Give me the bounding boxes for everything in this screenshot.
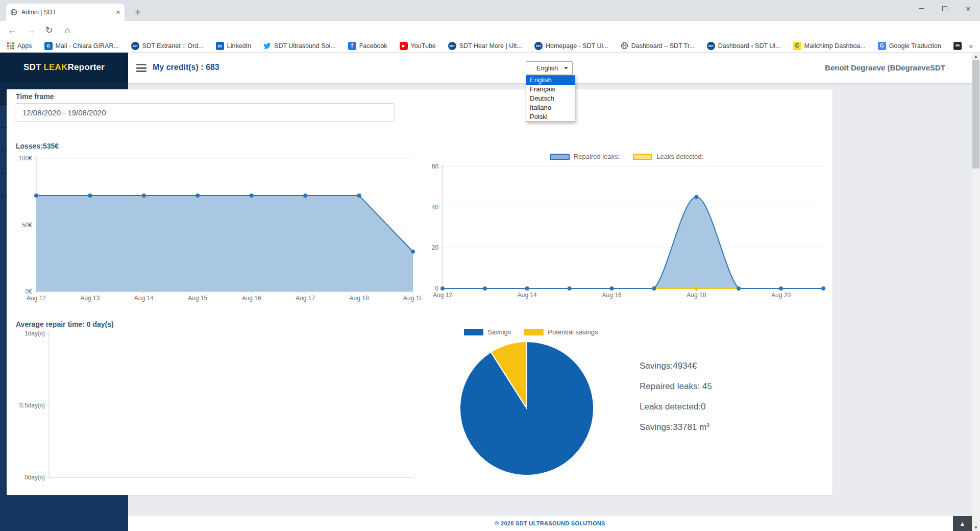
translate-icon: G (878, 42, 886, 50)
stat-line: Savings:4934€ (640, 356, 712, 376)
credits-label: My credit(s) : 683 (153, 63, 219, 72)
tab-close-icon[interactable]: ✕ (116, 9, 120, 16)
page-scrollbar[interactable]: ▲ ▼ (972, 53, 980, 531)
browser-tab[interactable]: Admin | SDT ✕ (6, 4, 125, 21)
bookmark-item[interactable]: oMail - Chiara GIRAR... (44, 42, 119, 50)
bookmark-item[interactable]: GGoogle Traduction (878, 42, 941, 50)
browser-toolbar: ← → ↻ ⌂ leak.dev.itw.dgnus.net/admin ★ A… (0, 21, 980, 39)
tab-title: Admin | SDT (21, 9, 112, 16)
svg-text:Aug 16: Aug 16 (602, 292, 622, 299)
bookmark-item[interactable]: SDTHomepage - SDT Ul... (534, 42, 608, 50)
legend-label: Savings (487, 328, 511, 336)
bookmark-item[interactable]: CMailchimp Dashboa... (793, 42, 866, 50)
svg-text:Aug 14: Aug 14 (518, 292, 537, 299)
time-frame-label: Time frame (16, 92, 54, 101)
savings-pie-chart (458, 340, 596, 477)
legend-item: Repaired leaks: (550, 153, 620, 160)
bookmark-label: LinkedIn (227, 42, 251, 50)
savings-stats: Savings:4934€Repaired leaks: 45Leaks det… (640, 356, 712, 438)
time-frame-input[interactable] (15, 103, 395, 122)
svg-text:0.5day(s): 0.5day(s) (19, 402, 45, 409)
globe-icon (621, 42, 628, 50)
bookmark-item[interactable]: Dashboard – SDT Tr... (621, 42, 695, 50)
bookmark-label: SDT Hear More | Ult... (459, 42, 522, 50)
legend-label: Potential savings (548, 328, 598, 336)
bookmark-item[interactable]: SDTSDT Extranet :: Ord... (131, 42, 204, 50)
bookmark-label: Mailchimp Dashboa... (804, 42, 866, 50)
bookmark-label: SDT Extranet :: Ord... (142, 42, 204, 50)
hootsuite-owl-icon (953, 42, 962, 50)
app-logo: SDT LEAKReporter (0, 53, 128, 82)
bookmark-label: Mail - Chiara GIRAR... (56, 42, 119, 50)
bookmarks-list: AppsoMail - Chiara GIRAR...SDTSDT Extran… (7, 42, 964, 50)
stat-line: Repaired leaks: 45 (640, 376, 712, 397)
language-option[interactable]: English (526, 76, 575, 85)
bookmark-item[interactable]: SDTDashboard ‹ SDT Ul... (707, 42, 781, 50)
bookmarks-overflow-chevron-icon[interactable]: » (964, 42, 973, 50)
svg-text:40: 40 (432, 204, 439, 211)
bookmark-item[interactable]: fFacebook (348, 42, 387, 50)
language-option[interactable]: Français (526, 85, 575, 94)
window-close-button[interactable]: ✕ (957, 0, 980, 17)
mailchimp-icon: C (793, 42, 801, 50)
svg-text:Aug 18: Aug 18 (687, 292, 706, 299)
language-dropdown: EnglishFrançaisDeutschItalianoPolski (526, 75, 575, 122)
hamburger-menu-icon[interactable] (136, 64, 146, 72)
stat-line: Leaks detected:0 (640, 397, 712, 417)
language-option[interactable]: Deutsch (526, 94, 575, 103)
legend-swatch (550, 154, 570, 160)
sdt-icon: SDT (131, 42, 139, 50)
average-repair-time-chart: 0day(s)0.5day(s)1day(s) (8, 329, 421, 488)
page-footer: © 2020 SDT ULTRASOUND SOLUTIONS (128, 516, 972, 531)
new-tab-button[interactable]: + (131, 5, 145, 19)
window-maximize-button[interactable] (933, 0, 957, 17)
page-content: SDT LEAKReporter HomeSurveysCustom repor… (0, 53, 980, 531)
bookmark-item[interactable]: ▶YouTube (400, 42, 436, 50)
window-minimize-button[interactable] (910, 0, 933, 17)
scrollbar-down-arrow-icon[interactable]: ▼ (972, 524, 980, 531)
legend-swatch (464, 329, 483, 335)
svg-text:Aug 20: Aug 20 (771, 292, 791, 299)
minimize-icon (919, 8, 924, 9)
bookmark-label: Homepage - SDT Ul... (546, 42, 608, 50)
bookmark-label: Dashboard ‹ SDT Ul... (718, 42, 781, 50)
svg-text:0day(s): 0day(s) (24, 474, 45, 481)
bookmark-item[interactable]: SDTSDT Hear More | Ult... (448, 42, 522, 50)
svg-text:0€: 0€ (26, 288, 33, 295)
svg-text:Aug 19: Aug 19 (403, 295, 421, 302)
bookmark-item[interactable]: inLinkedIn (216, 42, 251, 50)
tab-strip: Admin | SDT ✕ + ✕ (0, 0, 980, 21)
bookmark-label: Google Traduction (889, 42, 941, 50)
reload-button[interactable]: ↻ (42, 23, 56, 37)
svg-text:Aug 13: Aug 13 (80, 295, 100, 302)
bookmark-item[interactable]: Apps (7, 42, 32, 50)
bookmark-item[interactable]: SDT Ultrasound Sol... (263, 42, 336, 50)
svg-text:1day(s): 1day(s) (24, 330, 45, 337)
language-select[interactable]: English (526, 61, 573, 75)
language-option[interactable]: Italiano (526, 103, 575, 112)
savings-pie-legend: SavingsPotential savings (464, 328, 598, 336)
legend-item: Savings (464, 328, 511, 336)
user-name[interactable]: Benoit Degraeve (BDegraeveSDT (825, 63, 945, 72)
svg-text:Aug 17: Aug 17 (296, 295, 315, 302)
copyright-text: © 2020 SDT ULTRASOUND SOLUTIONS (495, 520, 605, 526)
svg-text:60: 60 (432, 163, 439, 170)
scrollbar-up-arrow-icon[interactable]: ▲ (972, 53, 980, 60)
outlook-icon: o (44, 42, 53, 50)
svg-text:Aug 12: Aug 12 (433, 292, 452, 299)
bookmark-label: Apps (17, 42, 32, 50)
bookmark-item[interactable]: Hootsuite (953, 42, 964, 50)
language-option[interactable]: Polski (526, 112, 575, 122)
svg-text:Aug 18: Aug 18 (350, 295, 369, 302)
sdt-icon: SDT (534, 42, 543, 50)
home-button[interactable]: ⌂ (60, 23, 75, 37)
back-button[interactable]: ← (5, 23, 19, 37)
svg-text:Aug 15: Aug 15 (188, 295, 207, 302)
stat-line: Savings:33781 m³ (640, 417, 712, 438)
youtube-icon: ▶ (400, 42, 408, 50)
scrollbar-thumb[interactable] (972, 60, 979, 168)
sdt-icon: SDT (448, 42, 456, 50)
forward-button[interactable]: → (23, 23, 38, 37)
average-repair-time-title: Average repair time: 0 day(s) (16, 320, 114, 328)
scroll-to-top-button[interactable]: ▲ (953, 516, 972, 531)
